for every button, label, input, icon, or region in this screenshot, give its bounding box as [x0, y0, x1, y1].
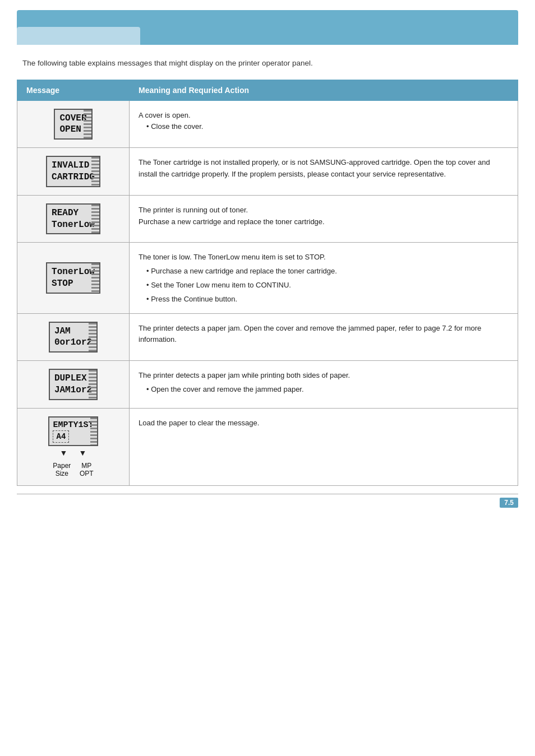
col-message-header: Message: [17, 80, 130, 100]
page-header: [17, 10, 518, 45]
table-row: DUPLEXJAM1or2 The printer detects a pape…: [17, 361, 518, 409]
action-cell-toner-low-stop: The toner is low. The TonerLow menu item…: [130, 243, 518, 313]
page-footer: 7.5: [17, 494, 518, 508]
message-cell-empty1st: EMPTY1ST A4 ▼ ▼ PaperSize MPOPT: [17, 408, 130, 486]
table-row: EMPTY1ST A4 ▼ ▼ PaperSize MPOPT Load the: [17, 408, 518, 486]
lcd-stripe: [91, 263, 99, 293]
message-cell-jam: JAM0or1or2: [17, 313, 130, 361]
message-cell-invalid-cartridge: INVALIDCARTRIDG: [17, 148, 130, 196]
lcd-display-empty1st: EMPTY1ST A4 ▼ ▼ PaperSize MPOPT: [48, 416, 98, 478]
lcd-display-toner-low-stop: TonerLowSTOP: [46, 262, 100, 294]
col-action-header: Meaning and Requried Action: [130, 80, 518, 100]
lcd-stripe: [84, 110, 91, 139]
lcd-stripe: [90, 418, 97, 446]
message-cell-toner-low-stop: TonerLowSTOP: [17, 243, 130, 313]
lcd-stripe: [91, 205, 99, 234]
action-cell-empty1st: Load the paper to clear the message.: [130, 408, 518, 486]
header-tab-inner: [17, 27, 140, 45]
table-row: TonerLowSTOP The toner is low. The Toner…: [17, 243, 518, 313]
footer-page-number: 7.5: [500, 498, 518, 508]
table-row: READYTonerLow The printer is running out…: [17, 195, 518, 243]
intro-paragraph: The following table explains messages th…: [22, 57, 513, 69]
messages-table: Message Meaning and Requried Action COVE…: [17, 80, 518, 486]
lcd-stripe: [91, 157, 99, 186]
paper-labels: PaperSize MPOPT: [48, 462, 98, 477]
lcd-stripe: [89, 370, 96, 399]
header-tab: [17, 24, 151, 45]
lcd-stripe: [89, 323, 96, 352]
message-cell-ready-toner-low: READYTonerLow: [17, 195, 130, 243]
action-cell-ready-toner-low: The printer is running out of toner.Purc…: [130, 195, 518, 243]
action-cell-jam: The printer detects a paper jam. Open th…: [130, 313, 518, 361]
action-cell-invalid-cartridge: The Toner cartridge is not installed pro…: [130, 148, 518, 196]
lcd-display-invalid-cartridge: INVALIDCARTRIDG: [46, 156, 100, 187]
lcd-display-cover-open: COVEROPEN: [54, 109, 92, 140]
message-cell-duplex-jam: DUPLEXJAM1or2: [17, 361, 130, 409]
lcd-display-ready-toner-low: READYTonerLow: [46, 203, 100, 235]
message-cell-cover-open: COVEROPEN: [17, 100, 130, 148]
arrow-indicators: ▼ ▼: [48, 448, 98, 457]
lcd-display-jam: JAM0or1or2: [49, 322, 98, 353]
table-row: COVEROPEN A cover is open. • Close the c…: [17, 100, 518, 148]
lcd-display-duplex-jam: DUPLEXJAM1or2: [49, 369, 98, 400]
action-cell-duplex-jam: The printer detects a paper jam while pr…: [130, 361, 518, 409]
table-row: JAM0or1or2 The printer detects a paper j…: [17, 313, 518, 361]
action-cell-cover-open: A cover is open. • Close the cover.: [130, 100, 518, 148]
table-row: INVALIDCARTRIDG The Toner cartridge is n…: [17, 148, 518, 196]
